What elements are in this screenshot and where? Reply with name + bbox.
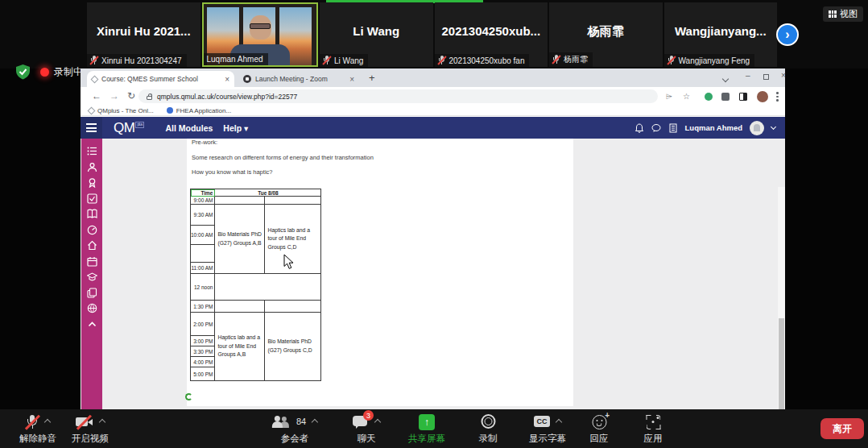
course-sidebar (81, 139, 102, 409)
participant-tile[interactable]: 杨雨霏 杨雨霏 (549, 2, 663, 67)
security-shield-icon[interactable] (16, 64, 30, 80)
address-bar[interactable]: qmplus.qmul.ac.uk/course/view.php?id=225… (138, 89, 658, 103)
participant-tile-active-video[interactable]: Luqman Ahmed (202, 2, 319, 67)
next-participants-button[interactable]: › (776, 23, 799, 46)
record-button[interactable]: 录制 (479, 414, 498, 445)
user-menu-chevron-icon[interactable] (771, 124, 776, 130)
video-options-caret-icon[interactable] (99, 419, 105, 425)
participants-icon[interactable] (87, 162, 97, 172)
badges-icon[interactable] (87, 177, 97, 188)
close-tab-icon[interactable]: × (225, 75, 229, 84)
messages-icon[interactable] (651, 123, 661, 133)
extension-icon-green[interactable] (705, 93, 713, 101)
course-index-icon[interactable] (87, 146, 97, 156)
browser-profile-avatar[interactable] (757, 91, 768, 102)
video-strip: Xinrui Hu 2021... Xinrui Hu 2021304247 L… (0, 0, 868, 68)
menu-hamburger-icon[interactable] (81, 117, 102, 139)
recording-status-label: 录制中 (54, 65, 83, 79)
view-layout-button[interactable]: 视图 (823, 6, 863, 22)
captions-caret-icon[interactable] (556, 419, 562, 425)
close-window-button[interactable]: × (781, 71, 786, 80)
chat-button[interactable]: 3 聊天 (353, 414, 380, 445)
time-label: 3:00 PM (191, 336, 215, 346)
reload-icon[interactable]: ↻ (127, 90, 135, 102)
timetable-header-time: Time (191, 189, 215, 197)
unmute-button[interactable]: 解除静音 (19, 414, 56, 445)
grades-book-icon[interactable] (87, 209, 97, 219)
share-screen-button[interactable]: ↑ 共享屏幕 (408, 414, 445, 445)
home-icon[interactable] (87, 240, 97, 251)
muted-mic-icon (438, 56, 447, 65)
time-label: 2:00 PM (191, 313, 215, 336)
lock-icon (147, 96, 152, 100)
bookmark-qmplus[interactable]: QMplus - The Onl... (89, 107, 154, 114)
back-icon[interactable]: ← (92, 90, 101, 102)
nav-all-modules[interactable]: All Modules (165, 123, 213, 133)
participant-tile[interactable]: Wangjianyang... Wangjianyang Feng (664, 2, 778, 67)
qmplus-logo[interactable]: QM plus (114, 120, 144, 136)
tab-course-qmes[interactable]: Course: QMES Summer School × (87, 71, 234, 87)
graduation-cap-icon[interactable] (87, 272, 97, 282)
participants-button[interactable]: 84 参会者 (272, 414, 317, 445)
tab-launch-meeting[interactable]: Launch Meeting - Zoom × (238, 71, 359, 87)
muted-mic-icon (90, 56, 99, 65)
tab-title: Launch Meeting - Zoom (255, 75, 345, 83)
bookmark-fhea[interactable]: FHEA Application... (167, 107, 231, 114)
chevron-right-icon: › (785, 28, 789, 41)
scrollbar-thumb[interactable] (779, 318, 784, 421)
notes-icon[interactable] (668, 123, 678, 133)
leave-meeting-button[interactable]: 离开 (820, 418, 864, 439)
content-line: Some research on different forms of ener… (192, 154, 374, 161)
time-label: 1:30 PM (191, 301, 215, 313)
apps-button[interactable]: 应用 (644, 414, 663, 445)
files-copy-icon[interactable] (87, 288, 97, 298)
participant-tile[interactable]: Xinrui Hu 2021... Xinrui Hu 2021304247 (87, 2, 200, 67)
browser-toolbar: ← → ↻ qmplus.qmul.ac.uk/course/view.php?… (81, 87, 785, 106)
time-label: 12 noon (191, 274, 215, 301)
time-label: 4:00 PM (191, 357, 215, 367)
captions-button[interactable]: CC 显示字幕 (529, 414, 566, 445)
participant-name-label: Luqman Ahmed (207, 55, 263, 64)
course-content-card: Pre-work: Some research on different for… (187, 139, 573, 406)
nav-help[interactable]: Help ▾ (223, 123, 248, 133)
content-line: How you know what is haptic? (192, 168, 272, 176)
chat-caret-icon[interactable] (374, 419, 381, 425)
record-icon (481, 414, 495, 429)
start-video-button[interactable]: 开启视频 (72, 414, 109, 445)
shared-browser-window: Course: QMES Summer School × Launch Meet… (81, 68, 785, 409)
participant-tile[interactable]: Li Wang Li Wang (320, 2, 433, 67)
reactions-button[interactable]: + 回应 (590, 414, 609, 445)
user-avatar[interactable] (750, 121, 764, 135)
notifications-bell-icon[interactable] (634, 123, 644, 133)
forward-icon[interactable]: → (110, 90, 119, 102)
participants-caret-icon[interactable] (312, 419, 318, 425)
dashboard-gauge-icon[interactable] (87, 225, 97, 235)
collapse-chevron-up-icon[interactable] (87, 319, 97, 330)
participant-name-label: Li Wang (334, 56, 363, 65)
share-page-icon[interactable]: ⌲ (666, 92, 672, 102)
minimize-window-button[interactable]: – (746, 71, 750, 80)
close-tab-icon[interactable]: × (349, 75, 354, 84)
time-label: 11:00 AM (191, 263, 215, 274)
bookmark-star-icon[interactable]: ☆ (683, 92, 690, 101)
extension-icon-contrast[interactable] (739, 93, 747, 101)
browser-tab-strip: Course: QMES Summer School × Launch Meet… (81, 68, 785, 87)
window-menu-chevron-icon[interactable] (723, 74, 728, 83)
apps-icon (646, 415, 660, 429)
participant-display-name: Xinrui Hu 2021... (87, 24, 200, 38)
mic-options-caret-icon[interactable] (44, 419, 51, 425)
share-screen-icon: ↑ (419, 414, 435, 430)
competencies-icon[interactable] (87, 193, 97, 204)
community-globe-icon[interactable] (87, 303, 97, 313)
participant-tile[interactable]: 2021304250xub... 2021304250xubo fan (435, 2, 548, 67)
browser-menu-icon[interactable] (776, 92, 779, 102)
muted-mic-icon (26, 414, 39, 430)
qmplus-favicon (91, 75, 99, 83)
calendar-icon[interactable] (87, 256, 97, 267)
time-label: 9:30 AM (191, 205, 215, 226)
restore-window-button[interactable] (763, 73, 769, 81)
extensions-puzzle-icon[interactable] (721, 93, 730, 101)
new-tab-button[interactable]: + (369, 73, 375, 83)
timetable-event: Haptics lab and a tour of Mile End Group… (215, 313, 265, 381)
bookmark-favicon (88, 106, 96, 114)
